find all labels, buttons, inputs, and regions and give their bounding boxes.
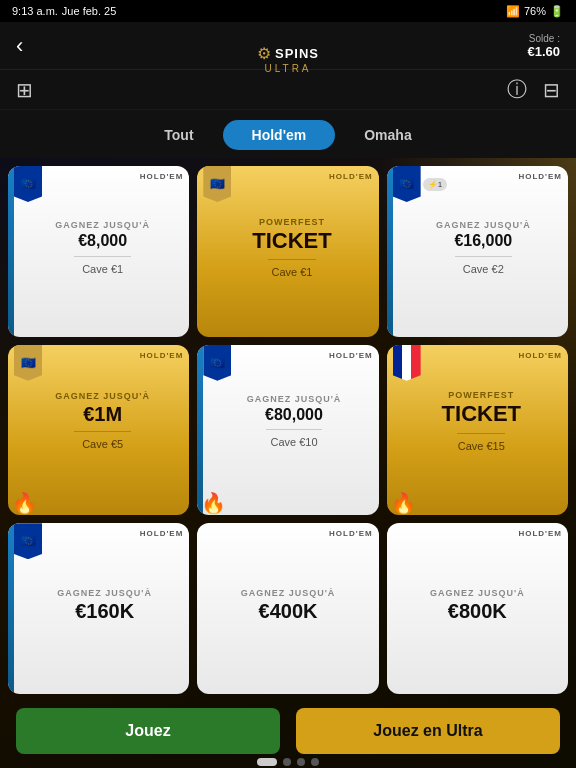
logo-ultra: ULTRA xyxy=(264,63,311,74)
toolbar: ⊞ ⓘ ⊟ xyxy=(0,70,576,110)
fire-icon: 🔥 xyxy=(391,491,416,515)
card-badge: ⚡1 xyxy=(423,178,447,191)
card-cave: Cave €5 xyxy=(82,438,123,450)
card-1[interactable]: 🇪🇺 HOLD'EM GAGNEZ JUSQU'À €8,000 Cave €1 xyxy=(8,166,189,337)
battery-icon: 🔋 xyxy=(550,5,564,18)
blue-accent xyxy=(8,166,14,337)
logo: ⚙ SPINS ULTRA xyxy=(257,44,319,74)
card-subtitle: GAGNEZ JUSQU'À xyxy=(430,588,525,598)
card-subtitle: GAGNEZ JUSQU'À xyxy=(241,588,336,598)
fire-decoration: 🔥 xyxy=(8,491,189,515)
card-9[interactable]: HOLD'EM GAGNEZ JUSQU'À €800K xyxy=(387,523,568,694)
logo-spins: SPINS xyxy=(275,46,319,61)
bottom-buttons: Jouez Jouez en Ultra xyxy=(0,708,576,754)
card-amount: €16,000 xyxy=(454,232,512,250)
eu-flag-icon: 🇪🇺 xyxy=(203,345,231,381)
card-amount: €800K xyxy=(448,600,507,622)
card-divider xyxy=(74,431,131,432)
card-subtitle: GAGNEZ JUSQU'À xyxy=(55,391,150,401)
tabs-container: Tout Hold'em Omaha xyxy=(0,110,576,158)
card-cave: Cave €10 xyxy=(270,436,317,448)
card-subtitle: POWERFEST xyxy=(448,390,514,400)
card-divider xyxy=(455,256,512,257)
menu-icon[interactable]: ⊞ xyxy=(16,78,33,102)
card-title-ticket: TICKET xyxy=(252,229,331,253)
tab-omaha[interactable]: Omaha xyxy=(335,120,440,150)
fire-icon: 🔥 xyxy=(201,491,226,515)
card-amount: €400K xyxy=(259,600,318,622)
card-subtitle: GAGNEZ JUSQU'À xyxy=(55,220,150,230)
blue-accent xyxy=(197,345,203,516)
card-tag: HOLD'EM xyxy=(140,529,184,538)
card-tag: HOLD'EM xyxy=(329,172,373,181)
card-subtitle: GAGNEZ JUSQU'À xyxy=(247,394,342,404)
card-tag: HOLD'EM xyxy=(140,172,184,181)
cards-grid: 🇪🇺 HOLD'EM GAGNEZ JUSQU'À €8,000 Cave €1… xyxy=(0,158,576,702)
card-divider xyxy=(266,429,323,430)
card-7[interactable]: 🇪🇺 HOLD'EM GAGNEZ JUSQU'À €160K xyxy=(8,523,189,694)
date: Jue feb. 25 xyxy=(62,5,116,17)
card-tag: HOLD'EM xyxy=(329,529,373,538)
header: ‹ ⚙ SPINS ULTRA Solde : €1.60 xyxy=(0,22,576,70)
fire-decoration: 🔥 xyxy=(387,491,568,515)
status-left: 9:13 a.m. Jue feb. 25 xyxy=(12,5,116,17)
card-6[interactable]: HOLD'EM POWERFEST TICKET Cave €15 🔥 xyxy=(387,345,568,516)
blue-accent xyxy=(8,523,14,694)
card-subtitle: POWERFEST xyxy=(259,217,325,227)
eu-flag-icon: 🇪🇺 xyxy=(203,166,231,202)
card-cave: Cave €1 xyxy=(272,266,313,278)
eu-flag-icon: 🇪🇺 xyxy=(14,345,42,381)
card-2[interactable]: 🇪🇺 HOLD'EM POWERFEST TICKET Cave €1 xyxy=(197,166,378,337)
fr-flag-icon xyxy=(393,345,421,381)
time: 9:13 a.m. xyxy=(12,5,58,17)
card-tag: HOLD'EM xyxy=(518,172,562,181)
card-amount: €1M xyxy=(83,403,122,425)
eu-flag-icon: 🇪🇺 xyxy=(14,523,42,559)
status-bar: 9:13 a.m. Jue feb. 25 📶 76% 🔋 xyxy=(0,0,576,22)
card-divider xyxy=(74,256,131,257)
card-tag: HOLD'EM xyxy=(518,529,562,538)
fire-decoration: 🔥 xyxy=(197,491,378,515)
back-button[interactable]: ‹ xyxy=(16,33,23,59)
eu-flag-icon: 🇪🇺 xyxy=(393,166,421,202)
tab-tout[interactable]: Tout xyxy=(135,120,222,150)
card-title-ticket: TICKET xyxy=(442,402,521,426)
battery-percent: 76% xyxy=(524,5,546,17)
card-5[interactable]: 🇪🇺 HOLD'EM GAGNEZ JUSQU'À €80,000 Cave €… xyxy=(197,345,378,516)
balance-label: Solde : xyxy=(529,33,560,44)
fire-icon: 🔥 xyxy=(12,491,37,515)
filter-icon[interactable]: ⊟ xyxy=(543,78,560,102)
card-tag: HOLD'EM xyxy=(518,351,562,360)
pagination xyxy=(257,758,319,766)
pagination-dot-1 xyxy=(257,758,277,766)
card-cave: Cave €2 xyxy=(463,263,504,275)
card-amount: €160K xyxy=(75,600,134,622)
info-icon[interactable]: ⓘ xyxy=(507,76,527,103)
card-amount: €80,000 xyxy=(265,406,323,424)
main-content: 🇪🇺 HOLD'EM GAGNEZ JUSQU'À €8,000 Cave €1… xyxy=(0,158,576,768)
card-cave: Cave €1 xyxy=(82,263,123,275)
play-ultra-button[interactable]: Jouez en Ultra xyxy=(296,708,560,754)
pagination-dot-3 xyxy=(297,758,305,766)
card-tag: HOLD'EM xyxy=(329,351,373,360)
card-tag: HOLD'EM xyxy=(140,351,184,360)
wifi-icon: 📶 xyxy=(506,5,520,18)
tab-holdem[interactable]: Hold'em xyxy=(223,120,336,150)
balance-amount: €1.60 xyxy=(527,44,560,59)
card-4[interactable]: 🇪🇺 HOLD'EM GAGNEZ JUSQU'À €1M Cave €5 🔥 xyxy=(8,345,189,516)
card-subtitle: GAGNEZ JUSQU'À xyxy=(57,588,152,598)
card-3[interactable]: 🇪🇺 ⚡1 HOLD'EM GAGNEZ JUSQU'À €16,000 Cav… xyxy=(387,166,568,337)
play-button[interactable]: Jouez xyxy=(16,708,280,754)
pagination-dot-4 xyxy=(311,758,319,766)
card-amount: €8,000 xyxy=(78,232,127,250)
status-right: 📶 76% 🔋 xyxy=(506,5,564,18)
card-subtitle: GAGNEZ JUSQU'À xyxy=(436,220,531,230)
card-divider xyxy=(268,259,316,260)
eu-flag-icon: 🇪🇺 xyxy=(14,166,42,202)
card-divider xyxy=(457,433,505,434)
card-cave: Cave €15 xyxy=(458,440,505,452)
pagination-dot-2 xyxy=(283,758,291,766)
balance-box: Solde : €1.60 xyxy=(527,33,560,59)
card-8[interactable]: HOLD'EM GAGNEZ JUSQU'À €400K xyxy=(197,523,378,694)
